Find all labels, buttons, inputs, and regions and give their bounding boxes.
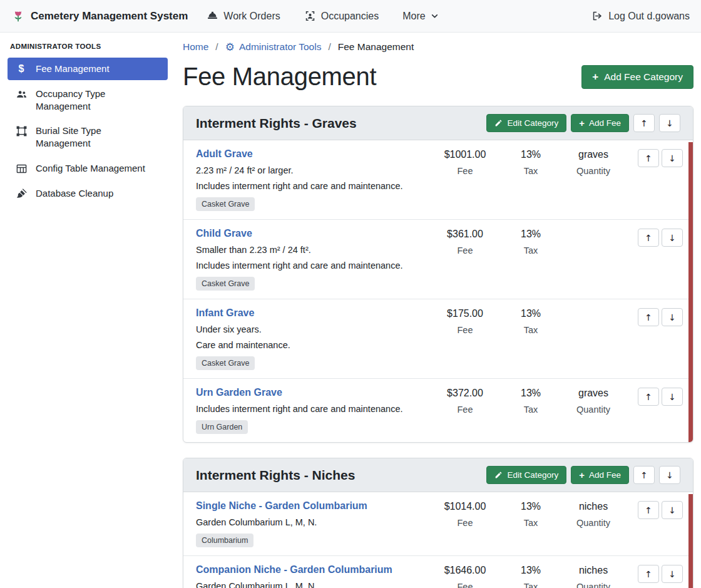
arrow-down-icon: ↓	[668, 312, 676, 322]
page-header: Fee Management + Add Fee Category	[183, 63, 693, 91]
sidebar-item-fee-management[interactable]: $Fee Management	[8, 58, 168, 80]
arrow-up-icon: ↑	[645, 569, 652, 579]
quantity-value: graves	[559, 388, 628, 399]
fee-badge: Urn Garden	[196, 420, 248, 434]
chevron-down-icon	[431, 12, 439, 20]
fee-name-link[interactable]: Infant Grave	[196, 307, 254, 319]
fee-name-link[interactable]: Adult Grave	[196, 148, 253, 160]
sidebar-item-label: Occupancy Type Management	[36, 88, 147, 113]
tax-value: 13%	[503, 149, 559, 160]
move-fee-up-button[interactable]: ↑	[638, 501, 659, 519]
move-fee-up-button[interactable]: ↑	[638, 308, 659, 326]
breadcrumb-current: Fee Management	[338, 41, 414, 53]
scrollbar-thumb[interactable]	[688, 142, 693, 442]
sidebar-item-occupancy-type-management[interactable]: Occupancy Type Management	[8, 83, 168, 118]
add-fee-button[interactable]: + Add Fee	[571, 466, 629, 484]
table-icon	[15, 163, 28, 175]
edit-category-label: Edit Category	[507, 118, 558, 128]
fee-description: Smaller than 2.23 m² / 24 ft².	[196, 245, 422, 255]
edit-category-button[interactable]: Edit Category	[486, 466, 566, 484]
category-body: Adult Grave 2.23 m² / 24 ft² or larger.I…	[183, 140, 693, 442]
quantity-label: Quantity	[559, 166, 628, 176]
fee-name-link[interactable]: Companion Niche - Garden Columbarium	[196, 564, 392, 575]
tax-label: Tax	[503, 245, 559, 255]
brand[interactable]: Cemetery Management System	[11, 9, 188, 23]
move-fee-up-button[interactable]: ↑	[638, 149, 659, 167]
breadcrumb-home[interactable]: Home	[183, 41, 208, 53]
move-fee-down-button[interactable]: ↓	[662, 229, 683, 247]
arrow-up-icon: ↑	[640, 118, 648, 128]
arrow-down-icon: ↓	[666, 118, 673, 128]
sidebar-item-label: Config Table Management	[36, 162, 145, 175]
nav-work-orders[interactable]: Work Orders	[207, 10, 280, 22]
person-frame-icon	[304, 10, 316, 22]
fee-main: Urn Garden Grave Includes interment righ…	[196, 387, 427, 434]
fee-category-card: Interment Rights - Graves Edit Category …	[183, 106, 693, 443]
fee-tax-column: 13% Tax	[503, 307, 559, 370]
move-fee-up-button[interactable]: ↑	[638, 229, 659, 247]
fee-amount-column: $1646.00 Fee	[427, 564, 503, 588]
tax-label: Tax	[503, 325, 559, 335]
fee-arrows: ↑ ↓	[638, 387, 683, 434]
fee-description: Garden Columbarium L, M, N,	[196, 581, 422, 588]
plus-icon: +	[592, 71, 598, 82]
fee-arrows: ↑ ↓	[638, 500, 683, 547]
tax-value: 13%	[503, 501, 559, 512]
add-fee-category-button[interactable]: + Add Fee Category	[581, 65, 693, 89]
fee-tax-column: 13% Tax	[503, 500, 559, 547]
fee-category-card: Interment Rights - Niches Edit Category …	[183, 458, 693, 588]
move-category-up-button[interactable]: ↑	[633, 466, 655, 484]
sidebar-item-database-cleanup[interactable]: Database Cleanup	[8, 182, 168, 205]
sidebar-item-burial-site-type-management[interactable]: Burial Site Type Management	[8, 120, 168, 155]
move-category-down-button[interactable]: ↓	[659, 114, 680, 132]
fee-row: Infant Grave Under six years.Care and ma…	[183, 299, 693, 379]
edit-category-button[interactable]: Edit Category	[486, 114, 566, 132]
fee-row: Single Niche - Garden Columbarium Garden…	[183, 492, 693, 556]
move-category-up-button[interactable]: ↑	[633, 114, 655, 132]
vector-square-icon	[15, 125, 28, 137]
fee-main: Infant Grave Under six years.Care and ma…	[196, 307, 427, 370]
fee-main: Child Grave Smaller than 2.23 m² / 24 ft…	[196, 228, 427, 291]
fee-quantity-column: graves Quantity	[559, 387, 628, 434]
fee-row: Adult Grave 2.23 m² / 24 ft² or larger.I…	[183, 140, 693, 220]
add-fee-button[interactable]: + Add Fee	[571, 114, 629, 132]
arrow-down-icon: ↓	[668, 505, 676, 515]
fee-amount-label: Fee	[427, 166, 503, 176]
nav-more[interactable]: More	[402, 11, 438, 22]
fee-tax-column: 13% Tax	[503, 228, 559, 291]
breadcrumb-administrator-tools[interactable]: ⚙ Administrator Tools	[225, 41, 322, 53]
fee-name-link[interactable]: Urn Garden Grave	[196, 387, 282, 398]
fee-arrows: ↑ ↓	[638, 228, 683, 291]
move-fee-down-button[interactable]: ↓	[662, 501, 683, 519]
plus-icon: +	[579, 118, 585, 128]
fee-description: Includes interment right and care and ma…	[196, 260, 422, 271]
scrollbar-thumb[interactable]	[688, 494, 693, 588]
fee-description: Includes interment right and care and ma…	[196, 181, 422, 191]
tax-value: 13%	[503, 565, 559, 576]
tax-label: Tax	[503, 518, 559, 528]
arrow-down-icon: ↓	[668, 233, 676, 243]
move-fee-down-button[interactable]: ↓	[662, 565, 683, 583]
breadcrumb-home-label: Home	[183, 41, 208, 53]
move-fee-down-button[interactable]: ↓	[662, 388, 683, 406]
sidebar-item-config-table-management[interactable]: Config Table Management	[8, 157, 168, 180]
move-fee-down-button[interactable]: ↓	[662, 308, 683, 326]
nav-occupancies[interactable]: Occupancies	[304, 10, 379, 22]
arrow-up-icon: ↑	[645, 505, 652, 515]
fee-quantity-column: niches Quantity	[559, 564, 628, 588]
move-category-down-button[interactable]: ↓	[659, 466, 680, 484]
fee-quantity-column: graves Quantity	[559, 148, 628, 211]
logout-link[interactable]: Log Out d.gowans	[591, 10, 690, 22]
fee-tax-column: 13% Tax	[503, 387, 559, 434]
fee-amount-column: $372.00 Fee	[427, 387, 503, 434]
fee-amount-label: Fee	[427, 245, 503, 255]
move-fee-up-button[interactable]: ↑	[638, 388, 659, 406]
fee-name-link[interactable]: Child Grave	[196, 228, 252, 239]
arrow-up-icon: ↑	[645, 233, 652, 243]
tax-label: Tax	[503, 166, 559, 176]
fee-name-link[interactable]: Single Niche - Garden Columbarium	[196, 500, 367, 512]
move-fee-up-button[interactable]: ↑	[638, 565, 659, 583]
move-fee-down-button[interactable]: ↓	[662, 149, 683, 167]
arrow-down-icon: ↓	[668, 392, 676, 402]
sidebar-heading: ADMINISTRATOR TOOLS	[8, 41, 168, 58]
